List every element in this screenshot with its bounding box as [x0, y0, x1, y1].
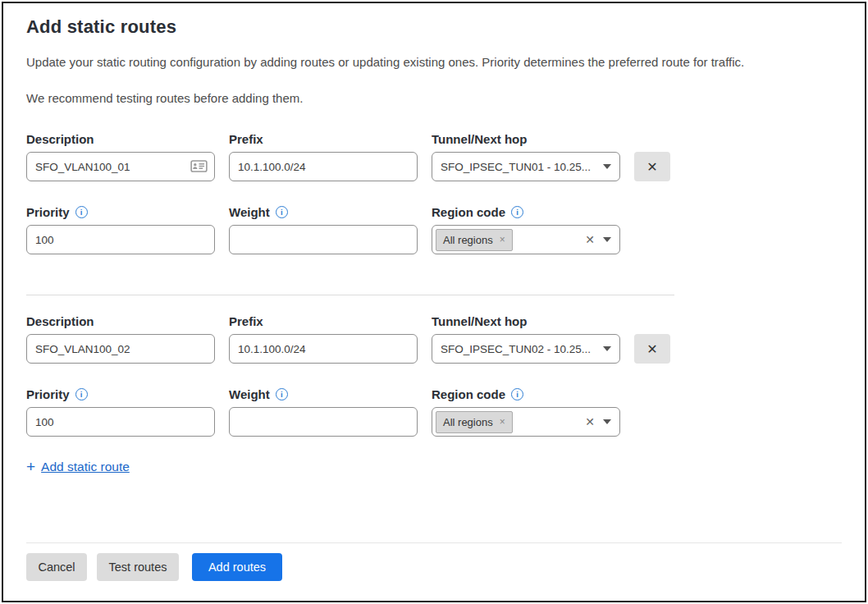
chip-remove-icon[interactable]: ×: [500, 417, 505, 427]
tunnel-select[interactable]: SFO_IPSEC_TUN02 - 10.25...: [432, 334, 620, 364]
weight-label: Weight: [229, 387, 270, 401]
clear-selection-icon[interactable]: ✕: [585, 415, 595, 428]
intro-text: Update your static routing configuration…: [26, 55, 842, 69]
prefix-label: Prefix: [229, 132, 418, 146]
info-icon[interactable]: i: [276, 206, 288, 218]
tunnel-selected-value: SFO_IPSEC_TUN02 - 10.25...: [441, 343, 595, 355]
description-input[interactable]: [26, 152, 215, 181]
chevron-down-icon: [603, 346, 611, 351]
priority-label: Priority: [26, 205, 70, 219]
tunnel-selected-value: SFO_IPSEC_TUN01 - 10.25...: [441, 161, 595, 173]
chevron-down-icon: [603, 164, 611, 169]
region-chip-label: All regions: [443, 234, 493, 246]
tunnel-label: Tunnel/Next hop: [432, 132, 620, 146]
weight-input[interactable]: [229, 225, 418, 254]
page-title: Add static routes: [26, 16, 842, 38]
prefix-input[interactable]: [229, 152, 418, 181]
note-text: We recommend testing routes before addin…: [26, 91, 842, 105]
route-divider: [26, 295, 674, 295]
add-static-route-label[interactable]: Add static route: [41, 460, 130, 474]
description-input[interactable]: [26, 334, 215, 364]
region-chip-label: All regions: [443, 416, 493, 428]
priority-input[interactable]: [26, 225, 215, 254]
route-block-1: Description Prefix T: [26, 132, 842, 181]
route-block-2-secondary: Priority i Weight i Region code i All re…: [26, 387, 842, 437]
chevron-down-icon: [603, 419, 611, 424]
clear-selection-icon[interactable]: ✕: [585, 233, 595, 246]
chevron-down-icon: [603, 237, 611, 242]
add-static-routes-dialog: Add static routes Update your static rou…: [2, 2, 866, 602]
tunnel-select[interactable]: SFO_IPSEC_TUN01 - 10.25...: [432, 152, 620, 181]
region-select[interactable]: All regions × ✕: [432, 225, 620, 254]
region-chip[interactable]: All regions ×: [436, 411, 513, 433]
chip-remove-icon[interactable]: ×: [500, 235, 505, 245]
add-routes-button[interactable]: Add routes: [192, 553, 282, 581]
info-icon[interactable]: i: [511, 206, 523, 218]
region-chip[interactable]: All regions ×: [436, 229, 513, 251]
route-block-1-secondary: Priority i Weight i Region code i All re…: [26, 205, 842, 254]
add-static-route-link[interactable]: + Add static route: [26, 459, 842, 474]
remove-route-button[interactable]: ✕: [634, 152, 670, 181]
test-routes-button[interactable]: Test routes: [97, 553, 179, 581]
description-label: Description: [26, 314, 215, 328]
tunnel-label: Tunnel/Next hop: [432, 314, 620, 328]
weight-label: Weight: [229, 205, 270, 219]
remove-route-button[interactable]: ✕: [634, 334, 670, 364]
plus-icon: +: [26, 459, 35, 474]
region-code-label: Region code: [432, 387, 505, 401]
footer-divider: [26, 542, 842, 543]
priority-label: Priority: [26, 387, 70, 401]
prefix-label: Prefix: [229, 314, 418, 328]
description-label: Description: [26, 132, 215, 146]
route-block-2: Description Prefix Tunnel/Next hop SFO_I…: [26, 314, 842, 364]
priority-input[interactable]: [26, 407, 215, 437]
region-code-label: Region code: [432, 205, 505, 219]
cancel-button[interactable]: Cancel: [26, 553, 87, 581]
info-icon[interactable]: i: [75, 206, 88, 218]
info-icon[interactable]: i: [276, 388, 288, 400]
weight-input[interactable]: [229, 407, 418, 437]
info-icon[interactable]: i: [75, 388, 88, 400]
prefix-input[interactable]: [229, 334, 418, 364]
dialog-footer: Cancel Test routes Add routes: [26, 542, 842, 581]
info-icon[interactable]: i: [511, 388, 523, 400]
region-select[interactable]: All regions × ✕: [432, 407, 620, 437]
